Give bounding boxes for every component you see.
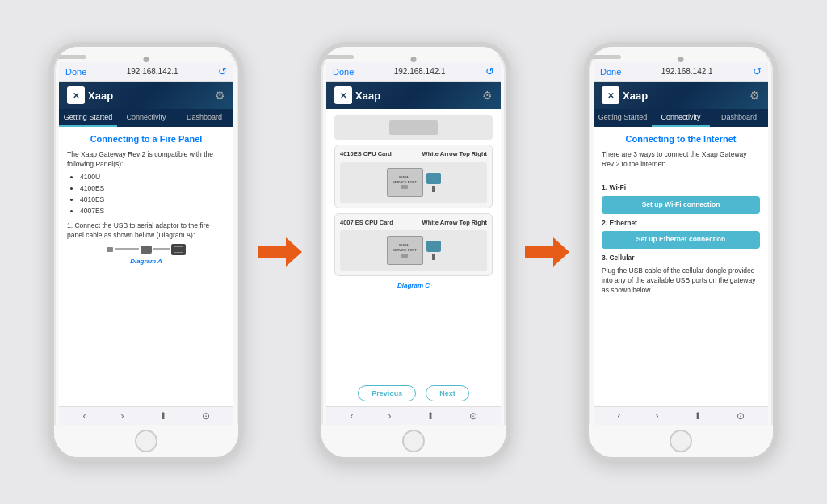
diagram-card-1-header: 4010ES CPU Card White Arrow Top Right <box>340 150 487 159</box>
browser-done-2[interactable]: Done <box>333 67 354 77</box>
forward-icon-3[interactable]: › <box>656 410 659 422</box>
section-ethernet-num: 2. Ethernet <box>602 219 760 229</box>
phone-speaker-2 <box>321 55 354 59</box>
arrow-2 <box>525 236 569 268</box>
diagram-card-1-image: SERIALSERVICE PORT <box>340 162 487 203</box>
content-title-3: Connecting to the Internet <box>602 133 760 145</box>
nav-tab-getting-started-1[interactable]: Getting Started <box>59 109 117 127</box>
back-icon-3[interactable]: ‹ <box>618 410 621 422</box>
share-icon-2[interactable]: ⬆ <box>426 410 434 422</box>
diagram-c-label: Diagram C <box>334 281 493 290</box>
content-3: Connecting to the Internet There are 3 w… <box>594 127 768 406</box>
content-title-1: Connecting to a Fire Panel <box>67 133 225 145</box>
phone-camera-1 <box>144 57 149 62</box>
nav-tab-connectivity-3[interactable]: Connectivity <box>652 109 710 127</box>
diagram-cable <box>107 244 186 255</box>
connector-2 <box>426 241 441 252</box>
svg-marker-0 <box>258 237 302 267</box>
diagram-card-2-header: 4007 ES CPU Card White Arrow Top Right <box>340 219 487 228</box>
nav-tab-dashboard-3[interactable]: Dashboard <box>710 109 768 127</box>
app-header-1: ✕ Xaap ⚙ <box>59 82 233 109</box>
app-nav-3: Getting Started Connectivity Dashboard <box>594 109 768 127</box>
browser-bar-2: Done 192.168.142.1 ↺ <box>326 62 501 82</box>
bullet-list-1: 4100U 4100ES 4010ES 4007ES <box>67 173 225 216</box>
phone-top-notch-3 <box>589 47 773 55</box>
phone-bottom-bar-1: ‹ › ⬆ ⊙ <box>59 406 233 425</box>
phone-3: Done 192.168.142.1 ↺ ✕ Xaap ⚙ Getting St… <box>584 42 778 462</box>
logo-text-3: Xaap <box>623 90 648 102</box>
browser-bar-1: Done 192.168.142.1 ↺ <box>59 62 233 82</box>
diagram-a: Diagram A <box>67 244 225 266</box>
svg-marker-1 <box>525 237 569 267</box>
home-button-2[interactable] <box>402 430 425 452</box>
partial-diagram <box>389 120 438 135</box>
share-icon-1[interactable]: ⬆ <box>159 410 167 422</box>
cable-part-4 <box>153 248 170 250</box>
app-nav-1: Getting Started Connectivity Dashboard <box>59 109 233 127</box>
phone-2: Done 192.168.142.1 ↺ ✕ Xaap ⚙ <box>317 42 510 462</box>
diagram-card-2-image: SERIALSERVICE PORT <box>340 230 487 271</box>
nav-tab-getting-started-3[interactable]: Getting Started <box>594 109 652 127</box>
section-cellular-text: Plug the USB cable of the cellular dongl… <box>602 267 760 296</box>
share-icon-3[interactable]: ⬆ <box>694 410 702 422</box>
browser-reload-1[interactable]: ↺ <box>218 65 227 78</box>
browser-reload-2[interactable]: ↺ <box>485 65 494 78</box>
previous-button[interactable]: Previous <box>358 385 416 401</box>
card2-right-label: White Arrow Top Right <box>422 219 487 228</box>
back-icon-2[interactable]: ‹ <box>351 410 354 422</box>
arrow-1 <box>258 236 302 268</box>
card1-left-label: 4010ES CPU Card <box>340 150 392 159</box>
content-1: Connecting to a Fire Panel The Xaap Gate… <box>59 127 233 406</box>
section-cellular-num: 3. Cellular <box>602 254 760 263</box>
app-header-2: ✕ Xaap ⚙ <box>326 82 501 109</box>
app-logo-2: ✕ Xaap <box>334 86 380 104</box>
cable-part-3 <box>141 246 152 254</box>
ethernet-button[interactable]: Set up Ethernet connection <box>602 231 760 249</box>
cpu-port-1 <box>401 185 408 189</box>
bookmarks-icon-2[interactable]: ⊙ <box>469 410 477 422</box>
home-button-3[interactable] <box>670 430 692 452</box>
wire-2 <box>432 254 435 260</box>
browser-url-3: 192.168.142.1 <box>661 67 713 76</box>
back-icon-1[interactable]: ‹ <box>83 410 86 422</box>
diagram-card-2: 4007 ES CPU Card White Arrow Top Right S… <box>334 213 493 277</box>
app-header-3: ✕ Xaap ⚙ <box>594 82 768 109</box>
phone-top-notch-1 <box>54 47 238 55</box>
next-button[interactable]: Next <box>426 385 469 401</box>
browser-url-2: 192.168.142.1 <box>394 67 446 76</box>
nav-tab-dashboard-1[interactable]: Dashboard <box>175 109 233 127</box>
browser-done-3[interactable]: Done <box>600 67 621 77</box>
gear-icon-2[interactable]: ⚙ <box>482 89 493 102</box>
bookmarks-icon-1[interactable]: ⊙ <box>202 410 210 422</box>
arrow-svg-2 <box>525 236 569 268</box>
bookmarks-icon-3[interactable]: ⊙ <box>737 410 745 422</box>
logo-icon-1: ✕ <box>67 86 85 104</box>
logo-text-2: Xaap <box>355 90 380 102</box>
phone-speaker-3 <box>589 55 621 59</box>
nav-buttons-2: Previous Next <box>326 380 501 406</box>
section-wifi-num: 1. Wi-Fi <box>602 183 760 193</box>
phone-screen-3: Done 192.168.142.1 ↺ ✕ Xaap ⚙ Getting St… <box>594 62 768 425</box>
phone-home-1 <box>54 425 238 457</box>
home-button-1[interactable] <box>135 430 157 452</box>
logo-text-1: Xaap <box>88 90 113 102</box>
phone-screen-1: Done 192.168.142.1 ↺ ✕ Xaap ⚙ Getting St… <box>59 62 233 425</box>
cable-part-2 <box>115 248 139 250</box>
diagram-a-label: Diagram A <box>130 257 162 266</box>
forward-icon-2[interactable]: › <box>388 410 392 422</box>
forward-icon-1[interactable]: › <box>121 410 124 422</box>
phone-bottom-bar-3: ‹ › ⬆ ⊙ <box>594 406 768 425</box>
diagram-card-1: 4010ES CPU Card White Arrow Top Right SE… <box>334 145 493 208</box>
gear-icon-1[interactable]: ⚙ <box>215 89 225 102</box>
browser-done-1[interactable]: Done <box>65 67 86 77</box>
nav-tab-connectivity-1[interactable]: Connectivity <box>117 109 175 127</box>
browser-bar-3: Done 192.168.142.1 ↺ <box>594 62 768 82</box>
browser-url-1: 192.168.142.1 <box>127 67 178 76</box>
card2-diagram-content: SERIALSERVICE PORT <box>387 236 441 265</box>
gear-icon-3[interactable]: ⚙ <box>749 89 760 102</box>
browser-reload-3[interactable]: ↺ <box>753 65 762 78</box>
wifi-button[interactable]: Set up Wi-Fi connection <box>602 196 760 214</box>
phone-speaker-1 <box>54 55 86 59</box>
phone-bottom-bar-2: ‹ › ⬆ ⊙ <box>326 406 501 425</box>
phone-camera-3 <box>678 57 684 62</box>
